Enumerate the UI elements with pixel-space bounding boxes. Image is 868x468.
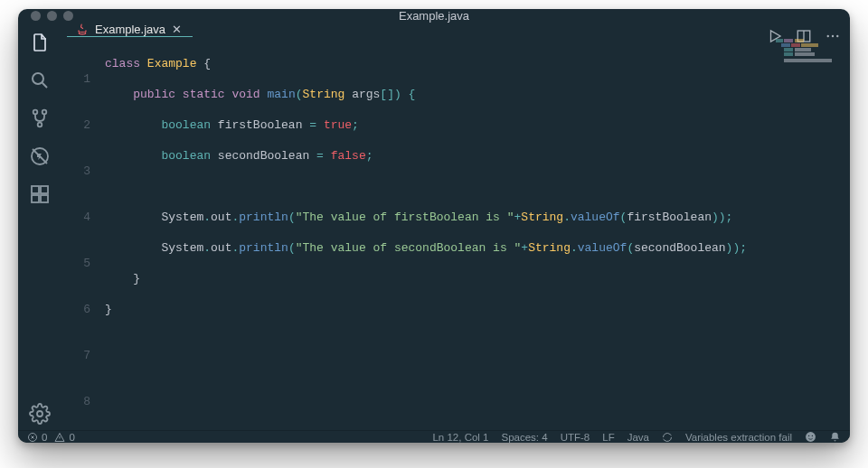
status-errors[interactable]: 0 [27,432,47,443]
svg-rect-6 [32,195,39,202]
activity-bar [18,23,61,430]
code-line: boolean firstBoolean = true; [105,117,747,133]
app-body: Example.java ✕ 1 2 [18,23,850,430]
window-controls [31,11,73,21]
close-window-button[interactable] [31,11,41,21]
code-line [105,332,747,348]
svg-point-1 [33,109,38,114]
java-file-icon [76,23,89,35]
close-tab-icon[interactable]: ✕ [172,23,182,36]
app-window: Example.java [18,9,850,443]
code-line: } [105,271,747,286]
tab-label: Example.java [95,23,165,36]
code-line: class Example { [105,56,747,71]
code-line: System.out.println("The value of firstBo… [105,210,747,225]
code-line: } [105,302,747,317]
svg-rect-5 [32,186,39,193]
tab-bar: Example.java ✕ [61,23,850,37]
tab-example-java[interactable]: Example.java ✕ [67,23,193,37]
svg-point-0 [33,73,43,84]
svg-rect-7 [41,195,48,202]
code-line [105,363,747,379]
code-editor[interactable]: 1 2 3 4 5 6 7 8 9 10 11 class Example { … [61,37,850,443]
svg-rect-8 [41,186,48,193]
svg-point-9 [37,411,42,417]
line-gutter: 1 2 3 4 5 6 7 8 9 10 11 [61,41,98,443]
svg-point-2 [42,109,47,114]
code-line: boolean secondBoolean = false; [105,148,747,164]
source-control-icon[interactable] [29,108,51,129]
svg-point-3 [38,122,42,126]
code-line [105,179,747,194]
minimize-window-button[interactable] [47,11,57,21]
search-icon[interactable] [29,70,51,91]
explorer-icon[interactable] [29,32,51,53]
code-line: public static void main(String args[]) { [105,87,747,102]
code-line: System.out.println("The value of secondB… [105,240,747,256]
settings-gear-icon[interactable] [29,403,51,425]
minimap[interactable] [776,39,846,66]
code-content: class Example { public static void main(… [98,41,747,443]
titlebar: Example.java [18,9,850,23]
zoom-window-button[interactable] [63,11,73,21]
debug-icon[interactable] [29,145,51,167]
extensions-icon[interactable] [29,183,51,205]
window-title: Example.java [18,9,850,23]
editor-area: Example.java ✕ 1 2 [61,23,850,430]
